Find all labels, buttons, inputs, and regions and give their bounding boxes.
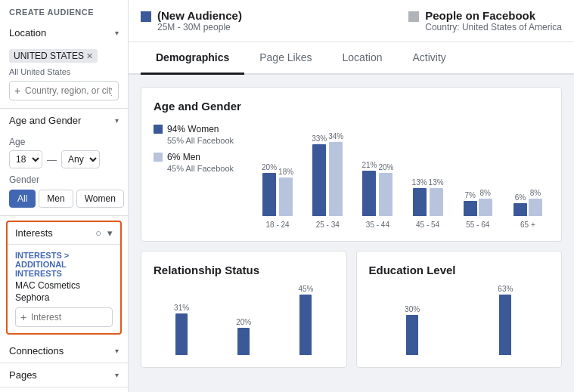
women-bar-55-64-fill <box>464 201 477 216</box>
people-fb-icon <box>408 11 419 22</box>
education-title: Education Level <box>369 264 550 276</box>
bar-pair-65plus: 6% 8% <box>513 189 542 216</box>
interests-category: INTERESTS > ADDITIONAL INTERESTS <box>15 251 113 278</box>
men-fb-pct: 45% All Facebook <box>167 164 234 173</box>
men-pct-label: 6% Men <box>167 151 234 164</box>
relationship-card: Relationship Status 31% <box>141 251 347 368</box>
location-input-wrapper <box>9 81 119 100</box>
women-bar-65plus: 6% <box>513 193 527 216</box>
main-content: (New Audience) 25M - 30M people People o… <box>129 0 574 392</box>
women-legend-text: 94% Women 55% All Facebook <box>167 123 234 145</box>
new-audience-size: 25M - 30M people <box>157 22 242 32</box>
rel-dark-bar-3 <box>299 295 312 355</box>
location-section: Location ▾ UNITED STATES ✕ All United St… <box>0 21 128 109</box>
location-section-header[interactable]: Location ▾ <box>0 21 128 45</box>
age-gender-title: Age and Gender <box>154 100 549 113</box>
pages-label: Pages <box>9 369 37 381</box>
women-bar-25-34: 33% <box>312 134 327 216</box>
us-tag-remove[interactable]: ✕ <box>86 51 93 61</box>
location-chevron-icon: ▾ <box>115 29 119 37</box>
tab-location[interactable]: Location <box>327 42 398 75</box>
men-bar-55-64-fill <box>479 199 492 216</box>
bar-pair-25-34: 33% 34% <box>312 132 343 216</box>
interests-input[interactable] <box>15 307 113 327</box>
age-gender-chart-section: 94% Women 55% All Facebook 6% Men 45% Al… <box>154 123 549 229</box>
interests-circle-icon: ○ <box>95 227 101 239</box>
women-bar-35-44-fill <box>362 171 376 216</box>
rel-bar-pair-3: 45% <box>298 285 313 355</box>
audience-header: (New Audience) 25M - 30M people People o… <box>129 0 574 42</box>
women-bar-55-64: 7% <box>464 191 477 216</box>
tab-page-likes[interactable]: Page Likes <box>244 42 327 75</box>
all-united-states: All United States <box>9 67 119 76</box>
men-bar-35-44-fill <box>379 173 392 216</box>
people-fb-country: Country: United States of America <box>425 22 562 32</box>
bar-group-25-34: 33% 34% 25 - 34 <box>306 132 349 229</box>
men-bar-45-54: 13% <box>429 178 444 216</box>
women-bar-35-44: 21% <box>361 161 377 216</box>
education-bar-chart: 30% 63% <box>369 287 550 355</box>
interests-input-icon-wrapper <box>15 307 113 327</box>
rel-bar-3: 45% <box>278 285 334 355</box>
edu-bar-pair-1: 30% <box>405 305 420 355</box>
men-bar-25-34: 34% <box>328 132 343 216</box>
new-audience-icon <box>141 11 151 22</box>
women-bar-18-24: 20% <box>262 163 277 216</box>
bottom-charts: Relationship Status 31% <box>141 251 562 377</box>
pages-section: Pages ▾ <box>0 363 128 387</box>
edu-bar-pair-2: 63% <box>498 285 513 355</box>
connections-header[interactable]: Connections ▾ <box>0 339 128 363</box>
connections-label: Connections <box>9 345 64 357</box>
rel-bar-pair-2: 20% <box>236 318 251 355</box>
bar-pair-35-44: 21% 20% <box>361 161 393 216</box>
age-gender-header[interactable]: Age and Gender ▾ <box>0 109 128 132</box>
women-bar-25-34-fill <box>312 144 326 216</box>
relationship-title: Relationship Status <box>154 264 334 276</box>
us-tag: UNITED STATES ✕ <box>9 49 98 63</box>
interests-icons: ○ ▾ <box>95 227 113 239</box>
women-pct-label: 94% Women <box>167 123 234 136</box>
women-bar-45-54: 13% <box>412 178 427 216</box>
gender-all-button[interactable]: All <box>9 190 36 208</box>
gender-men-button[interactable]: Men <box>39 190 73 208</box>
rel-bar-1: 31% <box>154 304 209 355</box>
bar-label-55-64: 55 - 64 <box>466 221 489 229</box>
age-from-select[interactable]: 18 <box>9 150 42 168</box>
bar-label-18-24: 18 - 24 <box>266 221 290 229</box>
age-gender-label: Age and Gender <box>9 115 81 126</box>
men-bar-18-24-fill <box>279 177 293 216</box>
legend-men: 6% Men 45% All Facebook <box>154 151 244 173</box>
bar-label-25-34: 25 - 34 <box>316 221 340 229</box>
women-bar-18-24-fill <box>262 173 276 216</box>
bar-pair-55-64: 7% 8% <box>464 189 492 216</box>
education-card: Education Level 30% <box>356 251 563 368</box>
interests-input-wrapper <box>15 307 113 327</box>
pages-header[interactable]: Pages ▾ <box>0 363 128 387</box>
age-bar-chart: 20% 18% 18 - 24 <box>256 123 549 229</box>
rel-dark-bar-1 <box>175 313 188 355</box>
people-connected-section: People Connected to People Not Connected… <box>0 387 128 392</box>
location-input[interactable] <box>9 81 119 100</box>
people-fb-card: People on Facebook Country: United State… <box>408 9 562 32</box>
new-audience-card: (New Audience) 25M - 30M people <box>141 9 242 32</box>
age-gender-content: Age 18 — Any Gender All Men Women <box>0 132 128 215</box>
location-content: UNITED STATES ✕ All United States <box>0 45 128 108</box>
interests-header[interactable]: Interests ○ ▾ <box>8 222 120 245</box>
rel-bar-pair-1: 31% <box>174 304 189 355</box>
people-fb-label: People on Facebook <box>425 9 562 22</box>
rel-bar-2: 20% <box>216 318 271 355</box>
tab-demographics[interactable]: Demographics <box>141 42 244 75</box>
men-bar-18-24: 18% <box>278 168 293 216</box>
age-gender-section: Age and Gender ▾ Age 18 — Any Gender All… <box>0 109 128 216</box>
location-label: Location <box>9 27 46 39</box>
men-bar-45-54-fill <box>430 188 443 216</box>
gender-women-button[interactable]: Women <box>76 190 124 208</box>
women-bar-45-54-fill <box>413 188 427 216</box>
tab-activity[interactable]: Activity <box>397 42 461 75</box>
age-dash: — <box>47 154 57 165</box>
age-gender-card: Age and Gender 94% Women 55% All Faceboo… <box>141 87 562 242</box>
men-bar-65plus-fill <box>529 199 542 216</box>
interests-content: INTERESTS > ADDITIONAL INTERESTS MAC Cos… <box>8 245 120 333</box>
age-to-select[interactable]: Any <box>61 150 100 168</box>
rel-dark-bar-2 <box>237 328 250 355</box>
